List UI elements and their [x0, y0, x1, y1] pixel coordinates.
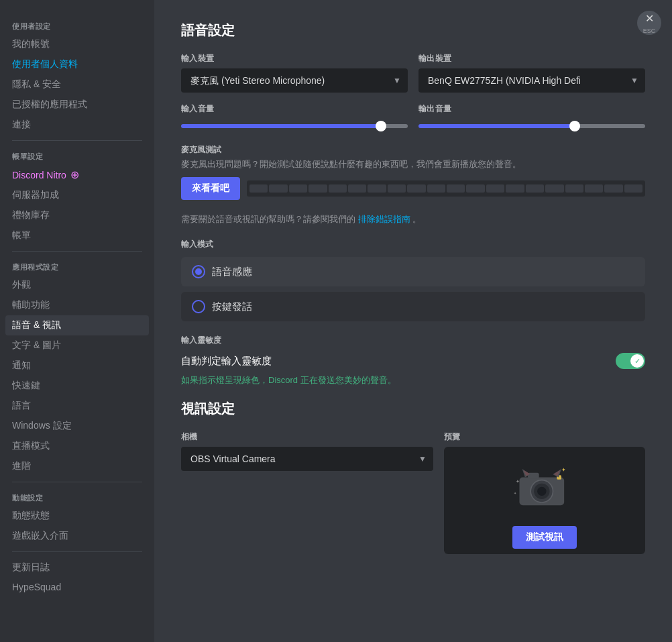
sidebar-item-label: 文字 & 圖片 — [12, 339, 61, 352]
mic-bar-9 — [407, 184, 425, 193]
voice-activity-option[interactable]: 語音感應 — [181, 257, 645, 286]
camera-label: 相機 — [181, 431, 433, 443]
output-device-wrapper: BenQ EW2775ZH (NVIDIA High Defi預設 ▼ — [418, 68, 645, 93]
sidebar-item-label: 使用者個人資料 — [12, 58, 78, 70]
svg-point-3 — [537, 487, 546, 496]
close-icon: ✕ — [645, 12, 654, 25]
sidebar-item-billing[interactable]: 帳單 — [5, 225, 149, 246]
sidebar-item-label: 遊戲嵌入介面 — [12, 530, 68, 542]
sidebar-item-advanced[interactable]: 進階 — [5, 456, 149, 476]
toggle-thumb — [630, 354, 644, 368]
user-settings-section-label: 使用者設定 — [5, 16, 149, 34]
svg-text:✦: ✦ — [561, 466, 566, 473]
sidebar-item-label: 語音 & 視訊 — [12, 319, 61, 331]
sidebar-item-my-account[interactable]: 我的帳號 — [5, 34, 149, 54]
sidebar-item-label: Windows 設定 — [12, 420, 72, 432]
sidebar: 使用者設定 我的帳號 使用者個人資料 隱私 & 安全 已授權的應用程式 連接 帳… — [0, 0, 154, 642]
sidebar-divider-4 — [12, 551, 142, 552]
auto-sensitivity-toggle[interactable] — [616, 353, 645, 369]
output-volume-slider[interactable] — [418, 124, 645, 128]
mic-test-label: 麥克風測試 — [181, 144, 645, 156]
sidebar-item-notifications[interactable]: 通知 — [5, 356, 149, 376]
sidebar-item-label: 連接 — [12, 119, 31, 131]
mic-test-row: 來看看吧 — [181, 177, 645, 200]
sidebar-item-label: Discord Nitro — [12, 170, 66, 180]
sidebar-item-label: 更新日誌 — [12, 561, 50, 574]
input-sensitivity-section: 輸入靈敏度 自動判定輸入靈敏度 如果指示燈呈現綠色，Discord 正在發送您美… — [181, 335, 645, 386]
voice-activity-radio[interactable] — [192, 265, 205, 278]
sidebar-item-changelog[interactable]: 更新日誌 — [5, 557, 149, 578]
push-to-talk-radio[interactable] — [192, 300, 205, 313]
mic-bar-16 — [545, 184, 563, 193]
sidebar-item-user-profile[interactable]: 使用者個人資料 — [5, 54, 149, 74]
push-to-talk-option[interactable]: 按鍵發話 — [181, 292, 645, 321]
sidebar-item-label: 我的帳號 — [12, 38, 50, 50]
camera-select[interactable]: OBS Virtual Camera — [181, 447, 433, 471]
sidebar-item-voice-video[interactable]: 語音 & 視訊 — [5, 315, 149, 335]
output-device-label: 輸出裝置 — [418, 53, 645, 64]
sidebar-item-game-overlay[interactable]: 遊戲嵌入介面 — [5, 526, 149, 546]
output-volume-label: 輸出音量 — [418, 103, 645, 115]
sidebar-item-label: 進階 — [12, 460, 31, 472]
mic-bar-4 — [309, 184, 327, 193]
test-video-button[interactable]: 測試視訊 — [512, 526, 577, 549]
mic-test-button[interactable]: 來看看吧 — [181, 177, 240, 200]
sidebar-item-label: 外觀 — [12, 279, 31, 291]
sidebar-item-windows-settings[interactable]: Windows 設定 — [5, 416, 149, 436]
sidebar-item-label: 禮物庫存 — [12, 209, 50, 221]
input-volume-slider[interactable] — [181, 124, 408, 128]
sidebar-item-connections[interactable]: 連接 — [5, 115, 149, 135]
mic-bar-19 — [604, 184, 622, 193]
sidebar-item-hypesquad[interactable]: HypeSquad — [5, 578, 149, 596]
help-text-before: 需要關於語音或視訊的幫助嗎？請參閱我們的 — [181, 214, 355, 224]
sidebar-item-privacy-safety[interactable]: 隱私 & 安全 — [5, 74, 149, 95]
sidebar-item-label: 帳單 — [12, 229, 31, 242]
output-device-select[interactable]: BenQ EW2775ZH (NVIDIA High Defi預設 — [418, 68, 645, 93]
sidebar-item-accessibility[interactable]: 輔助功能 — [5, 295, 149, 315]
sidebar-item-gift-inventory[interactable]: 禮物庫存 — [5, 205, 149, 225]
mic-test-description: 麥克風出現問題嗎？開始測試並隨便說點什麼有趣的東西吧，我們會重新播放您的聲音。 — [181, 158, 645, 170]
help-link[interactable]: 排除錯誤指南 — [358, 214, 410, 224]
sidebar-item-label: 已授權的應用程式 — [12, 99, 87, 111]
sidebar-item-text-images[interactable]: 文字 & 圖片 — [5, 335, 149, 356]
input-volume-col: 輸入音量 — [181, 103, 408, 131]
mic-bar-1 — [249, 184, 268, 193]
main-content: ✕ ESC 語音設定 輸入裝置 麥克風 (Yeti Stereo Microph… — [154, 0, 672, 642]
sidebar-item-keybinds[interactable]: 快速鍵 — [5, 376, 149, 396]
video-row: 相機 OBS Virtual Camera ▼ 預覽 — [181, 431, 645, 554]
sidebar-divider-1 — [12, 140, 142, 141]
mic-bar-17 — [565, 184, 583, 193]
input-device-label: 輸入裝置 — [181, 53, 408, 64]
sidebar-item-label: 快速鍵 — [12, 380, 40, 392]
voice-activity-label: 語音感應 — [212, 266, 252, 278]
sidebar-item-language[interactable]: 語言 — [5, 396, 149, 416]
sidebar-item-discord-nitro[interactable]: Discord Nitro ⊕ — [5, 164, 149, 185]
preview-col: 預覽 ✦ ✦ — [444, 431, 645, 554]
mic-bar-15 — [526, 184, 544, 193]
esc-label: ESC — [643, 28, 656, 34]
sidebar-item-authorized-apps[interactable]: 已授權的應用程式 — [5, 95, 149, 115]
sidebar-item-server-boost[interactable]: 伺服器加成 — [5, 185, 149, 205]
input-device-select[interactable]: 麥克風 (Yeti Stereo Microphone)預設 — [181, 68, 408, 93]
nitro-icon: ⊕ — [70, 168, 79, 181]
sidebar-item-activity-status[interactable]: 動態狀態 — [5, 506, 149, 526]
sensitivity-row: 自動判定輸入靈敏度 — [181, 353, 645, 369]
camera-preview-art: ✦ ✦ ✦ — [511, 452, 578, 519]
close-button[interactable]: ✕ ESC — [637, 11, 661, 35]
mic-test-section: 麥克風測試 麥克風出現問題嗎？開始測試並隨便說點什麼有趣的東西吧，我們會重新播放… — [181, 144, 645, 200]
preview-label: 預覽 — [444, 431, 645, 443]
camera-col: 相機 OBS Virtual Camera ▼ — [181, 431, 433, 554]
preview-box: ✦ ✦ ✦ 測試視訊 — [444, 447, 645, 554]
svg-text:✦: ✦ — [514, 491, 516, 495]
volume-row: 輸入音量 輸出音量 — [181, 103, 645, 131]
camera-svg: ✦ ✦ ✦ — [511, 459, 578, 513]
sidebar-item-label: 輔助功能 — [12, 299, 50, 311]
output-device-col: 輸出裝置 BenQ EW2775ZH (NVIDIA High Defi預設 ▼ — [418, 53, 645, 93]
input-sensitivity-section-label: 輸入靈敏度 — [181, 335, 645, 346]
sidebar-item-appearance[interactable]: 外觀 — [5, 275, 149, 295]
account-settings-section-label: 帳單設定 — [5, 146, 149, 164]
mic-bar-10 — [427, 184, 445, 193]
mic-bar-3 — [289, 184, 307, 193]
sidebar-item-stream-mode[interactable]: 直播模式 — [5, 436, 149, 456]
input-device-col: 輸入裝置 麥克風 (Yeti Stereo Microphone)預設 ▼ — [181, 53, 408, 93]
